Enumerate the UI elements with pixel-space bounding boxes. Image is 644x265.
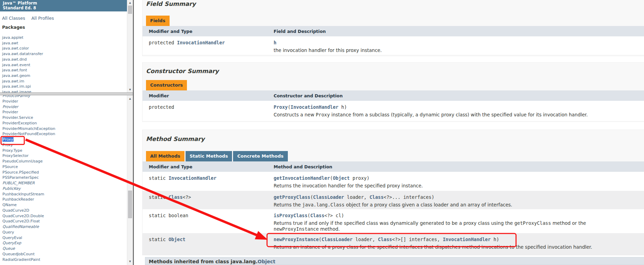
packages-heading: Packages — [2, 25, 127, 30]
scroll-up-icon[interactable]: ▲ — [127, 96, 133, 101]
sidebar-class-provider-service[interactable]: Provider.Service — [2, 115, 127, 121]
sidebar-class-proxy[interactable]: Proxy — [2, 142, 127, 148]
sidebar-class-pushbackreader[interactable]: PushbackReader — [2, 197, 127, 202]
code-link[interactable]: getProxyClass — [274, 194, 310, 200]
sidebar-class-qualifiednameable[interactable]: QualifiedNameable — [2, 224, 127, 230]
all-classes-link[interactable]: All Classes — [2, 16, 25, 21]
scrollbar-thumb[interactable] — [128, 6, 132, 14]
scroll-up-icon[interactable]: ▲ — [127, 0, 133, 6]
code-link[interactable]: isProxyClass — [274, 213, 308, 218]
sidebar-package-java-awt-geom[interactable]: java.awt.geom — [2, 73, 127, 79]
sidebar-class-radialgradientpaint[interactable]: RadialGradientPaint — [2, 257, 127, 263]
sidebar-class-public-member[interactable]: PUBLIC_MEMBER — [2, 180, 127, 186]
code-link[interactable]: Class — [310, 213, 325, 218]
summary-row: static InvocationHandlergetInvocationHan… — [143, 172, 644, 191]
sidebar-class-proxy[interactable]: Proxy — [2, 137, 127, 142]
code-link[interactable]: ClassLoader — [313, 194, 344, 200]
sidebar-class-providernotfoundexception[interactable]: ProviderNotFoundException — [2, 131, 127, 137]
code-link[interactable]: Proxy — [274, 104, 288, 110]
sidebar-class-quadcurve2d[interactable]: QuadCurve2D — [2, 208, 127, 213]
code-link[interactable]: InvocationHandler — [443, 237, 491, 242]
text-segment: loader, — [344, 194, 369, 200]
sidebar-class-psource-pspecified[interactable]: PSource.PSpecified — [2, 170, 127, 175]
text-segment: Returns the invocation handler for the s… — [274, 183, 423, 188]
code-link[interactable]: ClassLoader — [321, 237, 352, 242]
text-segment: proxy) — [350, 175, 369, 181]
code-link[interactable]: getInvocationHandler — [274, 175, 330, 181]
sidebar-class-queryexp[interactable]: QueryExp — [2, 240, 127, 246]
summary-row: static Class<?>getProxyClass(ClassLoader… — [143, 191, 644, 209]
tab-concrete-methods[interactable]: Concrete Methods — [233, 151, 287, 161]
code-link[interactable]: Class — [378, 237, 392, 242]
sidebar-class-queue[interactable]: Queue — [2, 246, 127, 251]
sidebar-class-publickey[interactable]: PublicKey — [2, 186, 127, 192]
description-cell: newProxyInstance(ClassLoader loader, Cla… — [270, 233, 644, 255]
text-segment: Returns the — [274, 202, 302, 207]
table-header: ModifierConstructor and Description — [143, 90, 644, 101]
sidebar-class-pseudocolumnusage[interactable]: PseudoColumnUsage — [2, 159, 127, 164]
summary-tabs: All MethodsStatic MethodsConcrete Method… — [146, 151, 644, 161]
code-link[interactable]: InvocationHandler — [177, 40, 225, 45]
code-link[interactable]: InvocationHandler — [169, 175, 216, 181]
description-cell: isProxyClass(Class<?> cl)Returns true if… — [270, 209, 644, 233]
frame-divider[interactable] — [0, 92, 133, 95]
member-description: newProxyInstance method. — [274, 226, 644, 232]
tab-all-methods[interactable]: All Methods — [146, 151, 184, 161]
sidebar-class-queryeval[interactable]: QueryEval — [2, 235, 127, 241]
sidebar-package-java-awt-datatransfer[interactable]: java.awt.datatransfer — [2, 51, 127, 57]
sidebar-class-quadcurve2d-double[interactable]: QuadCurve2D.Double — [2, 213, 127, 219]
sidebar-class-providerexception[interactable]: ProviderException — [2, 121, 127, 126]
code-link[interactable]: Class — [169, 194, 183, 200]
text-segment: Returns true if and only if the specifie… — [274, 220, 514, 226]
sidebar-package-java-awt-im[interactable]: java.awt.im — [2, 79, 127, 84]
member-signature: h — [274, 39, 644, 46]
sidebar-package-java-awt-event[interactable]: java.awt.event — [2, 62, 127, 68]
sidebar-class-queuedjobcount[interactable]: QueuedJobCount — [2, 251, 127, 257]
tab-constructors[interactable]: Constructors — [146, 80, 187, 90]
sidebar-package-java-awt-font[interactable]: java.awt.font — [2, 68, 127, 73]
classes-scrollbar[interactable]: ▲ ▼ — [127, 95, 132, 265]
tab-static-methods[interactable]: Static Methods — [186, 151, 232, 161]
text-segment: ( — [330, 175, 333, 181]
selected-class-label[interactable]: Proxy — [2, 137, 14, 142]
sidebar-package-java-awt-color[interactable]: java.awt.color — [2, 46, 127, 51]
sidebar-class-provider[interactable]: Provider — [2, 104, 127, 110]
sidebar-package-java-awt[interactable]: java.awt — [2, 41, 127, 46]
sidebar-package-java-awt-image[interactable]: java.awt.image — [2, 89, 127, 92]
column-header: Method and Description — [270, 164, 644, 169]
code-link[interactable]: InvocationHandler — [291, 104, 338, 110]
code-link[interactable]: h — [274, 40, 276, 45]
text-segment: <?> cl) — [324, 213, 344, 218]
code-link[interactable]: newProxyInstance — [274, 237, 319, 242]
sidebar-class-provider[interactable]: Provider — [2, 99, 127, 104]
code-link[interactable]: Class — [369, 194, 384, 200]
code-link[interactable]: Object — [333, 175, 350, 181]
all-profiles-link[interactable]: All Profiles — [32, 16, 54, 21]
scroll-down-icon[interactable]: ▼ — [127, 259, 133, 264]
tab-fields[interactable]: Fields — [146, 16, 170, 26]
section-title: Constructor Summary — [146, 63, 644, 74]
member-signature: getProxyClass(ClassLoader loader, Class<… — [274, 194, 644, 200]
sidebar-class-qname[interactable]: QName — [2, 202, 127, 208]
modifier-cell: static boolean — [143, 209, 270, 233]
scrollbar-thumb[interactable] — [128, 191, 132, 218]
sidebar-package-java-awt-dnd[interactable]: java.awt.dnd — [2, 57, 127, 62]
sidebar-class-providermismatchexception[interactable]: ProviderMismatchException — [2, 126, 127, 132]
sidebar-class-proxy-type[interactable]: Proxy.Type — [2, 148, 127, 153]
description-cell: hthe invocation handler for this proxy i… — [270, 36, 644, 55]
sidebar-class-provider[interactable]: Provider — [2, 109, 127, 115]
sidebar-class-pssparameterspec[interactable]: PSSParameterSpec — [2, 175, 127, 180]
sidebar-class-quadcurve2d-float[interactable]: QuadCurve2D.Float — [2, 219, 127, 224]
object-class-link[interactable]: Object — [258, 259, 275, 264]
scroll-down-icon[interactable]: ▼ — [127, 87, 133, 92]
sidebar-class-pushbackinputstream[interactable]: PushbackInputStream — [2, 192, 127, 197]
sidebar-class-proxyselector[interactable]: ProxySelector — [2, 153, 127, 159]
sidebar-class-protocolfamily[interactable]: ProtocolFamily — [2, 95, 127, 99]
sidebar-package-java-awt-im-spi[interactable]: java.awt.im.spi — [2, 84, 127, 89]
sidebar-class-psource[interactable]: PSource — [2, 164, 127, 170]
code-link[interactable]: Object — [169, 237, 186, 242]
sidebar-class-query[interactable]: Query — [2, 230, 127, 235]
modifier-cell: protected InvocationHandler — [143, 36, 270, 55]
packages-scrollbar[interactable]: ▲ ▼ — [127, 0, 132, 92]
sidebar-package-java-applet[interactable]: java.applet — [2, 35, 127, 41]
